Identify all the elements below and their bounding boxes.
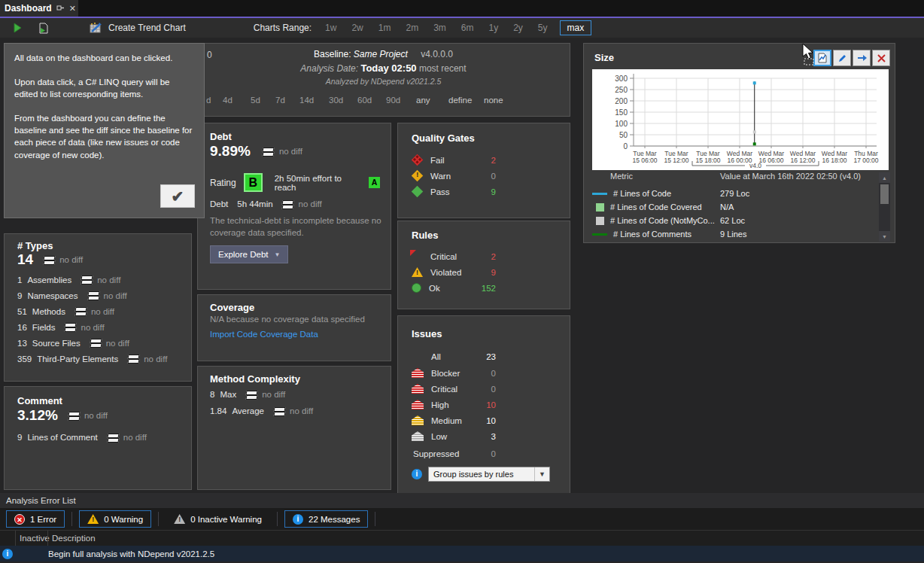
effort-text[interactable]: 2h 50min effort to reach [275,174,361,192]
analysis-date-value[interactable]: Today 02:50 [360,62,416,74]
suppressed-value[interactable]: 0 [470,449,496,458]
range-2m[interactable]: 2m [406,23,418,33]
day-4d[interactable]: 4d [223,96,233,105]
critical-value[interactable]: 2 [470,252,496,261]
row-label[interactable]: Average [232,406,264,415]
range-max-selected[interactable]: max [560,20,592,35]
critical-label[interactable]: Critical [430,252,470,261]
suppressed-label[interactable]: Suppressed [413,449,470,458]
size-trend-chart[interactable]: 050100150200250300Tue Mar15 06:00Tue Mar… [592,69,889,170]
edit-chart-button[interactable] [833,50,851,66]
row-label[interactable]: Third-Party Elements [37,355,118,364]
blocker-value[interactable]: 0 [470,369,496,378]
critical-issues-value[interactable]: 0 [470,385,496,394]
column-description[interactable]: Description [48,534,96,543]
series-label[interactable]: # Lines of Code [613,189,671,198]
clipped-day-option[interactable]: d [206,96,211,105]
range-2w[interactable]: 2w [351,23,363,33]
scrollbar-thumb[interactable] [880,184,889,204]
medium-value[interactable]: 10 [470,416,496,425]
messages-filter-button[interactable]: i 22 Messages [284,510,368,528]
day-90d[interactable]: 90d [386,96,400,105]
row-no-diff[interactable]: no diff [144,355,167,364]
run-analysis-icon[interactable] [9,20,26,35]
ok-label[interactable]: Ok [429,284,470,293]
row-no-diff[interactable]: no diff [91,307,114,316]
range-6m[interactable]: 6m [461,23,474,33]
fail-value[interactable]: 2 [470,156,496,165]
row-no-diff[interactable]: no diff [123,433,147,442]
import-coverage-link[interactable]: Import Code Coverage Data [210,330,318,339]
row-label[interactable]: Assemblies [27,275,71,285]
errors-filter-button[interactable]: ✕ 1 Error [6,510,65,528]
row-label[interactable]: Max [220,390,236,399]
medium-label[interactable]: Medium [431,416,470,425]
high-label[interactable]: High [431,400,470,409]
row-label[interactable]: Namespaces [27,291,78,300]
debt-time-value[interactable]: 5h 44min [237,199,272,208]
group-issues-dropdown[interactable]: Group issues by rules ▼ [428,467,550,482]
row-count[interactable]: 8 [210,390,214,399]
row-count[interactable]: 9 [17,291,22,300]
analysis-error-list-titlebar[interactable]: Analysis Error List [0,493,924,508]
range-1y[interactable]: 1y [488,23,498,33]
row-no-diff[interactable]: no diff [106,339,129,348]
high-value[interactable]: 10 [470,400,496,409]
pass-label[interactable]: Pass [430,187,470,196]
critical-issues-label[interactable]: Critical [431,385,470,394]
range-2y[interactable]: 2y [513,23,523,33]
explore-debt-button[interactable]: Explore Debt ▼ [210,245,288,263]
dismiss-info-button[interactable]: ✔ [160,184,195,208]
row-count[interactable]: 51 [17,307,27,316]
close-icon[interactable]: ✕ [69,4,76,14]
create-trend-chart-button[interactable]: Create Trend Chart [108,23,186,33]
effort-target-badge[interactable]: A [369,177,380,188]
types-no-diff[interactable]: no diff [59,255,83,264]
row-no-diff[interactable]: no diff [104,291,127,300]
baseline-value[interactable]: Same Project [354,49,408,59]
row-count[interactable]: 359 [17,355,32,364]
row-label[interactable]: Methods [32,307,65,316]
pass-value[interactable]: 9 [470,187,496,196]
low-value[interactable]: 3 [470,432,496,441]
row-no-diff[interactable]: no diff [97,275,120,285]
baseline-any-link[interactable]: any [416,96,430,105]
baseline-define-link[interactable]: define [448,96,472,105]
series-label[interactable]: # Lines of Comments [613,230,691,239]
row-label[interactable]: Lines of Comment [27,433,97,442]
row-count[interactable]: 9 [17,433,22,442]
blocker-label[interactable]: Blocker [431,369,470,378]
debt-time-no-diff[interactable]: no diff [299,199,322,208]
run-analysis-on-project-icon[interactable] [35,20,51,35]
violated-value[interactable]: 9 [470,268,496,277]
row-label[interactable]: Source Files [32,339,81,348]
comment-percent[interactable]: 3.12% [17,407,58,424]
low-label[interactable]: Low [431,432,470,441]
range-1m[interactable]: 1m [378,23,391,33]
row-no-diff[interactable]: no diff [290,406,313,415]
debt-percent[interactable]: 9.89% [210,143,251,160]
error-list-row[interactable]: i Begin full analysis with NDepend v2021… [0,546,924,561]
scroll-down-icon[interactable]: ▼ [879,231,890,242]
row-no-diff[interactable]: no diff [81,323,104,332]
tab-dashboard[interactable]: Dashboard ✕ [0,0,78,17]
series-label[interactable]: # Lines of Code (NotMyCo... [610,216,715,225]
day-7d[interactable]: 7d [275,96,285,105]
inactive-warnings-filter-button[interactable]: 0 Inactive Warning [166,510,270,528]
create-trend-chart-icon[interactable] [87,20,104,35]
row-count[interactable]: 16 [17,323,27,332]
range-5y[interactable]: 5y [538,23,548,33]
warn-label[interactable]: Warn [430,172,470,181]
series-label[interactable]: # Lines of Code Covered [610,202,702,212]
fail-label[interactable]: Fail [430,156,470,165]
day-5d[interactable]: 5d [251,96,260,105]
baseline-version[interactable]: v4.0.0.0 [421,49,453,59]
range-1w[interactable]: 1w [325,23,336,33]
warn-value[interactable]: 0 [470,172,496,181]
scroll-up-icon[interactable]: ▲ [879,172,890,183]
row-count[interactable]: 1 [17,275,22,285]
comment-no-diff[interactable]: no diff [84,411,108,420]
row-no-diff[interactable]: no diff [262,390,285,399]
warnings-filter-button[interactable]: 0 Warning [79,510,151,528]
day-30d[interactable]: 30d [329,96,343,105]
